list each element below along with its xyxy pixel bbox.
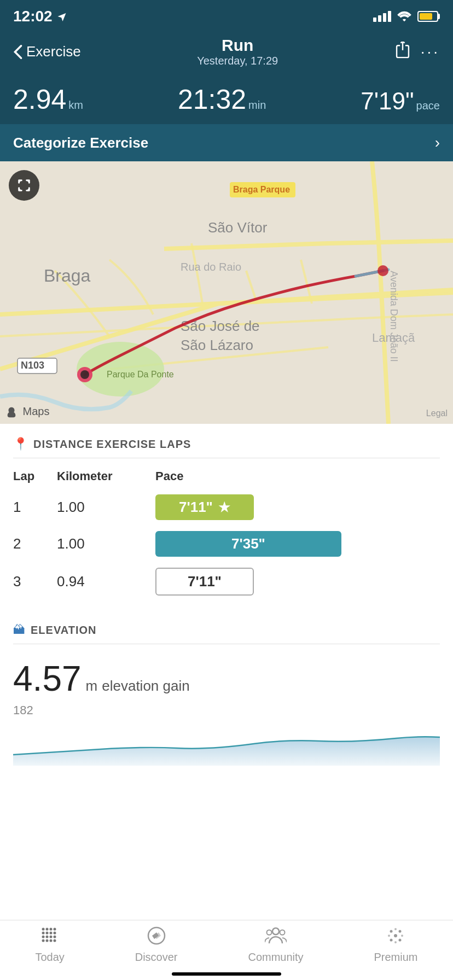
- svg-point-46: [388, 935, 390, 937]
- pace-value: 7'19": [361, 89, 414, 113]
- legal-text: Legal: [426, 409, 448, 418]
- share-icon: [394, 42, 411, 60]
- lap-number: 3: [13, 573, 57, 590]
- svg-point-31: [46, 940, 49, 942]
- signal-icon: [373, 11, 391, 22]
- map-svg: Parque Da Ponte Braga Rua do Raio São Jo…: [0, 161, 453, 424]
- svg-point-44: [394, 928, 397, 930]
- lap-km: 1.00: [57, 499, 155, 516]
- lap-table-header: Lap Kilometer Pace: [13, 467, 440, 489]
- svg-point-37: [272, 928, 279, 935]
- categorize-label: Categorize Exercise: [13, 135, 148, 151]
- svg-point-21: [42, 932, 45, 935]
- svg-point-16: [80, 370, 89, 379]
- svg-point-18: [42, 928, 45, 931]
- today-label: Today: [35, 951, 64, 964]
- wifi-icon: [397, 11, 412, 22]
- table-row: 3 0.94 7'11": [13, 562, 440, 601]
- header-actions: ···: [394, 42, 440, 62]
- stats-bar: 2.94 km 21:32 min 7'19" pace: [0, 77, 453, 124]
- time-unit: min: [248, 99, 266, 112]
- apple-icon: [5, 406, 18, 418]
- lap-km: 1.00: [57, 535, 155, 552]
- svg-text:Rua do Raio: Rua do Raio: [181, 261, 241, 273]
- nav-item-community[interactable]: Community: [248, 926, 303, 964]
- svg-point-42: [390, 939, 393, 942]
- lap-number: 1: [13, 499, 57, 516]
- svg-text:Braga Parque: Braga Parque: [233, 185, 290, 194]
- svg-text:N103: N103: [21, 360, 44, 371]
- back-button[interactable]: Exercise: [13, 43, 81, 60]
- table-row: 1 1.00 7'11" ★: [13, 489, 440, 526]
- status-time: 12:02: [13, 8, 67, 25]
- distance-unit: km: [68, 99, 83, 112]
- lap-km: 0.94: [57, 573, 155, 590]
- pace-stat: 7'19" pace: [361, 89, 440, 113]
- activity-date: Yesterday, 17:29: [197, 55, 278, 67]
- battery-icon: [417, 11, 440, 22]
- map-expand-button[interactable]: [9, 170, 39, 201]
- discover-icon: [147, 926, 166, 948]
- svg-point-47: [401, 935, 403, 937]
- svg-point-41: [399, 930, 402, 933]
- svg-point-26: [50, 936, 53, 938]
- elevation-gain-label: elevation gain: [102, 678, 189, 695]
- svg-point-40: [390, 930, 393, 933]
- back-label: Exercise: [26, 43, 81, 60]
- lap-col-header-lap: Lap: [13, 469, 57, 483]
- nav-item-today[interactable]: Today: [35, 926, 64, 964]
- star-icon: ★: [218, 500, 230, 515]
- pace-bar-best: 7'11" ★: [155, 494, 254, 520]
- content-area: 📍 DISTANCE EXERCISE LAPS Lap Kilometer P…: [0, 424, 453, 838]
- svg-point-43: [399, 939, 402, 942]
- nav-item-discover[interactable]: Discover: [135, 926, 178, 964]
- svg-point-25: [46, 936, 49, 938]
- pace-unit: pace: [416, 100, 440, 112]
- community-label: Community: [248, 951, 303, 964]
- discover-label: Discover: [135, 951, 178, 964]
- svg-point-22: [46, 932, 49, 935]
- elevation-section-header: 🏔 ELEVATION: [13, 623, 440, 644]
- premium-sparkle-icon: [386, 926, 405, 946]
- elevation-gain-value: 4.57: [13, 658, 82, 699]
- lap-pace-cell: 7'11" ★: [155, 494, 440, 520]
- elevation-gain-display: 4.57 m elevation gain: [13, 653, 440, 701]
- laps-section-title: DISTANCE EXERCISE LAPS: [33, 438, 191, 451]
- svg-point-30: [42, 940, 45, 942]
- lap-pace-cell: 7'11": [155, 568, 440, 596]
- elevation-chart-start: 182: [13, 701, 440, 720]
- elevation-section: 🏔 ELEVATION 4.57 m elevation gain 182: [0, 614, 453, 772]
- time-value: 21:32: [178, 86, 246, 113]
- laps-pin-icon: 📍: [13, 437, 28, 451]
- svg-point-24: [42, 936, 45, 938]
- categorize-button[interactable]: Categorize Exercise ›: [0, 124, 453, 161]
- laps-section: 📍 DISTANCE EXERCISE LAPS Lap Kilometer P…: [0, 424, 453, 614]
- location-arrow-icon: [57, 11, 67, 21]
- svg-point-33: [54, 940, 56, 942]
- map-view[interactable]: Parque Da Ponte Braga Rua do Raio São Jo…: [0, 161, 453, 424]
- elevation-mountain-icon: 🏔: [13, 623, 25, 637]
- svg-text:São Vítor: São Vítor: [208, 219, 268, 236]
- time-display: 12:02: [13, 8, 53, 25]
- svg-text:Avenida Dom João II: Avenida Dom João II: [388, 271, 399, 362]
- svg-point-38: [267, 930, 272, 935]
- lap-pace-cell: 7'35": [155, 531, 440, 557]
- svg-point-29: [54, 936, 56, 938]
- distance-value: 2.94: [13, 86, 66, 113]
- svg-text:Parque Da Ponte: Parque Da Ponte: [107, 370, 174, 379]
- svg-point-23: [50, 932, 53, 935]
- header-center: Run Yesterday, 17:29: [197, 36, 278, 67]
- svg-text:São Lázaro: São Lázaro: [181, 337, 253, 353]
- svg-point-48: [394, 934, 397, 937]
- lap-number: 2: [13, 535, 57, 552]
- svg-point-28: [54, 932, 56, 935]
- share-button[interactable]: [394, 42, 411, 62]
- svg-point-27: [54, 928, 56, 931]
- more-button[interactable]: ···: [421, 44, 440, 60]
- premium-icon: [386, 926, 405, 948]
- elevation-chart: [13, 722, 440, 766]
- svg-point-17: [378, 265, 388, 276]
- community-icon: [265, 926, 287, 948]
- nav-item-premium[interactable]: Premium: [374, 926, 417, 964]
- today-grid-icon: [40, 926, 60, 946]
